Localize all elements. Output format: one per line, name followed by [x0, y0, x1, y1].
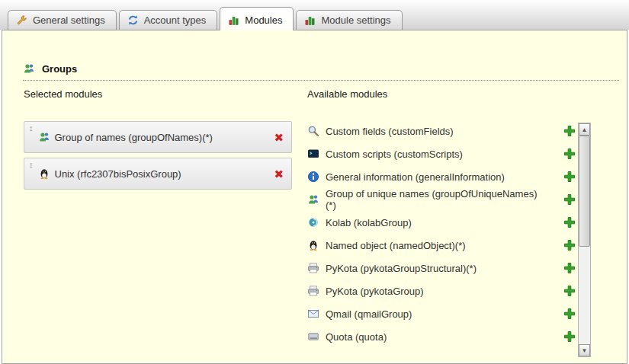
selected-module-row[interactable]: ↕ Group of names (groupOfNames)(*) ✖: [24, 121, 292, 153]
selected-module-row[interactable]: ↕ Unix (rfc2307bisPosixGroup) ✖: [24, 158, 292, 190]
add-module-button[interactable]: [563, 125, 576, 137]
available-module-row: Kolab (kolabGroup): [307, 211, 576, 234]
selected-modules-heading: Selected modules: [24, 88, 102, 100]
tab-module-settings[interactable]: Module settings: [296, 10, 402, 30]
add-module-button[interactable]: [563, 216, 576, 228]
modules-chart-icon: [304, 14, 316, 26]
available-modules-list: Custom fields (customFields) Custom scri…: [307, 120, 576, 348]
printer-icon: [307, 285, 319, 297]
kolab-icon: [307, 216, 319, 228]
add-module-button[interactable]: [563, 193, 576, 206]
mail-icon: [307, 308, 319, 320]
modules-chart-icon: [228, 14, 239, 26]
available-module-label: Custom fields (customFields): [326, 126, 454, 137]
tux-icon: [38, 168, 50, 180]
available-module-label: PyKota (pykotaGroup): [326, 286, 424, 297]
available-module-row: PyKota (pykotaGroup): [307, 279, 576, 302]
add-module-button[interactable]: [563, 308, 576, 320]
add-module-button[interactable]: [563, 148, 576, 160]
selected-module-label: Group of names (groupOfNames)(*): [55, 132, 213, 143]
available-module-label: PyKota (pykotaGroupStructural)(*): [326, 263, 477, 274]
available-modules-scrollbar[interactable]: ▲ ▼: [578, 123, 591, 357]
available-module-row: General information (generalInformation): [307, 165, 576, 188]
tab-general-settings[interactable]: General settings: [8, 10, 117, 30]
available-module-row: Custom fields (customFields): [307, 120, 576, 142]
tab-label: Account types: [144, 14, 207, 26]
group-icon: [307, 193, 319, 206]
wrench-icon: [16, 14, 27, 26]
available-module-row: Custom scripts (customScripts): [307, 142, 576, 165]
available-module-label: Group of unique names (groupOfUniqueName…: [326, 188, 539, 211]
add-module-button[interactable]: [563, 262, 576, 274]
tux-icon: [307, 239, 319, 251]
selected-module-label: Unix (rfc2307bisPosixGroup): [55, 168, 181, 180]
available-module-label: Qmail (qmailGroup): [326, 308, 412, 320]
available-module-label: Quota (quota): [326, 331, 387, 343]
available-module-row: PyKota (pykotaGroupStructural)(*): [307, 257, 576, 279]
available-module-row: Group of unique names (groupOfUniqueName…: [307, 188, 576, 211]
remove-module-button[interactable]: ✖: [274, 168, 284, 180]
scrollbar-thumb[interactable]: [579, 136, 590, 247]
modules-panel: Groups Selected modules Available module…: [2, 30, 627, 364]
scroll-up-button[interactable]: ▲: [579, 123, 590, 136]
info-icon: [307, 171, 319, 183]
add-module-button[interactable]: [563, 285, 576, 297]
group-icon: [38, 131, 50, 143]
available-module-row: Qmail (qmailGroup): [307, 302, 576, 325]
add-module-button[interactable]: [563, 171, 576, 183]
drag-handle-icon[interactable]: ↕: [29, 124, 34, 133]
terminal-icon: [307, 148, 319, 160]
tab-bar: General settings Account types Modules M…: [8, 7, 403, 30]
tab-label: Module settings: [321, 14, 390, 26]
selected-modules-list: ↕ Group of names (groupOfNames)(*) ✖ ↕ U…: [24, 121, 292, 194]
add-module-button[interactable]: [563, 239, 576, 251]
page-title: Groups: [42, 63, 77, 75]
section-header: Groups: [23, 62, 619, 81]
refresh-gear-icon: [127, 14, 139, 26]
tab-label: Modules: [245, 14, 282, 26]
tab-strip: General settings Account types Modules M…: [0, 0, 629, 30]
available-module-label: Kolab (kolabGroup): [326, 217, 412, 228]
available-module-label: General information (generalInformation): [326, 171, 505, 183]
available-module-row: Named object (namedObject)(*): [307, 234, 576, 257]
available-module-label: Custom scripts (customScripts): [326, 148, 463, 160]
tab-account-types[interactable]: Account types: [119, 10, 218, 30]
available-module-label: Named object (namedObject)(*): [326, 240, 466, 251]
scroll-down-button[interactable]: ▼: [579, 344, 590, 356]
tab-modules[interactable]: Modules: [220, 7, 294, 30]
available-modules-heading: Available modules: [307, 88, 387, 100]
remove-module-button[interactable]: ✖: [274, 132, 284, 143]
group-icon: [23, 62, 35, 75]
drag-handle-icon[interactable]: ↕: [29, 161, 34, 169]
add-module-button[interactable]: [563, 330, 576, 343]
tab-label: General settings: [33, 14, 105, 26]
printer-icon: [307, 262, 319, 274]
magnifier-icon: [307, 125, 319, 137]
available-module-row: Quota (quota): [307, 325, 576, 348]
disk-icon: [307, 330, 319, 343]
